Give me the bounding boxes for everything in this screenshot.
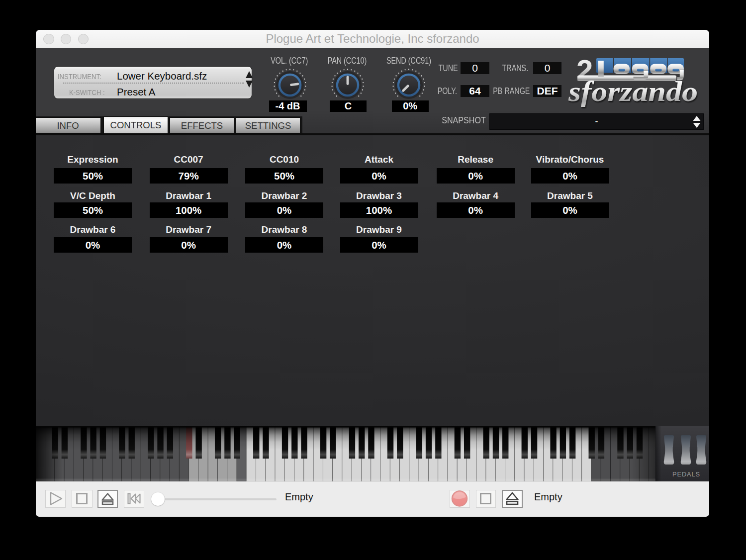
svg-text:sforzando: sforzando [568,75,698,107]
svg-text:PEDALS: PEDALS [672,470,700,478]
